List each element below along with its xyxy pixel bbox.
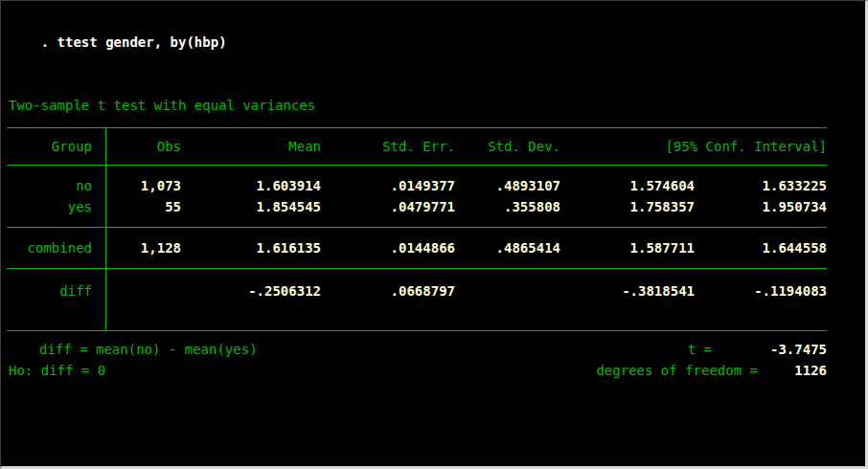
obs-value [106, 269, 181, 330]
null-hypothesis: Ho: diff = 0 [7, 360, 105, 381]
degrees-of-freedom: degrees of freedom =1126 [596, 360, 827, 381]
mean-value: 1.854545 [181, 196, 321, 227]
col-header-conf-interval: [95% Conf. Interval] [560, 128, 827, 165]
command-text: . ttest gender, by(hbp) [41, 34, 227, 50]
ci-high-value: 1.950734 [695, 196, 827, 227]
ci-high-value: -.1194083 [695, 269, 827, 330]
ci-low-value: 1.587711 [560, 228, 695, 268]
test-title: Two-sample t test with equal variances [7, 95, 865, 116]
stata-results-console: . ttest gender, by(hbp) Two-sample t tes… [0, 0, 868, 469]
mean-value: 1.616135 [181, 228, 321, 268]
std-dev-value: .355808 [455, 196, 560, 227]
obs-value: 1,128 [106, 228, 181, 268]
std-err-value: .0144866 [321, 228, 455, 268]
ci-low-value: 1.758357 [560, 196, 695, 227]
ci-high-value: 1.633225 [695, 166, 827, 196]
group-label: no [7, 166, 106, 196]
mean-value: 1.603914 [181, 166, 321, 196]
alternative-hypotheses-section: Ha: diff < 0 Pr(T < t) =0.0001 Ha: diff … [7, 431, 827, 469]
table-row-yes: yes 55 1.854545 .0479771 .355808 1.75835… [7, 196, 827, 227]
command-line: . ttest gender, by(hbp) [7, 11, 865, 74]
obs-value: 1,073 [106, 166, 181, 196]
ci-low-value: -.3818541 [560, 269, 695, 330]
std-err-value: .0668797 [321, 269, 455, 330]
std-dev-value: .4893107 [455, 166, 560, 196]
std-err-value: .0479771 [321, 196, 455, 227]
col-header-obs: Obs [106, 128, 181, 165]
ttest-table: Group Obs Mean Std. Err. Std. Dev. [95% … [7, 127, 827, 331]
null-hypothesis-line: Ho: diff = 0 degrees of freedom =1126 [7, 360, 827, 381]
hypothesis-left-column: Ha: diff < 0 Pr(T < t) =0.0001 [7, 431, 280, 469]
table-header-row: Group Obs Mean Std. Err. Std. Dev. [95% … [7, 128, 827, 165]
df-value: 1126 [758, 360, 827, 381]
group-label: diff [7, 269, 106, 330]
std-err-value: .0149377 [321, 166, 455, 196]
col-header-group: Group [7, 128, 106, 165]
std-dev-value [455, 269, 560, 330]
group-label: combined [7, 228, 106, 268]
std-dev-value: .4865414 [455, 228, 560, 268]
hypothesis-middle-column: Ha: diff != 0 Pr(|T| > |t|) =0.0002 [280, 431, 553, 469]
hypothesis-right-column: Ha: diff > 0 Pr(T > t) =0.9999 [554, 431, 827, 469]
df-label: degrees of freedom = [596, 363, 758, 378]
diff-formula-line: diff = mean(no) - mean(yes) t =-3.7475 [7, 339, 827, 360]
t-statistic: t =-3.7475 [688, 339, 827, 360]
group-label: yes [7, 196, 106, 227]
t-value: -3.7475 [712, 339, 827, 360]
t-label: t = [688, 342, 712, 357]
col-header-mean: Mean [181, 128, 321, 165]
mean-value: -.2506312 [181, 269, 321, 330]
ci-low-value: 1.574604 [560, 166, 695, 196]
table-row-no: no 1,073 1.603914 .0149377 .4893107 1.57… [7, 166, 827, 196]
diff-formula: diff = mean(no) - mean(yes) [7, 339, 258, 360]
col-header-std-err: Std. Err. [321, 128, 455, 165]
col-header-std-dev: Std. Dev. [455, 128, 560, 165]
table-row-diff: diff -.2506312 .0668797 -.3818541 -.1194… [7, 269, 827, 330]
ci-high-value: 1.644558 [695, 228, 827, 268]
obs-value: 55 [106, 196, 181, 227]
table-row-combined: combined 1,128 1.616135 .0144866 .486541… [7, 228, 827, 268]
table-bottom-rule [7, 330, 827, 331]
